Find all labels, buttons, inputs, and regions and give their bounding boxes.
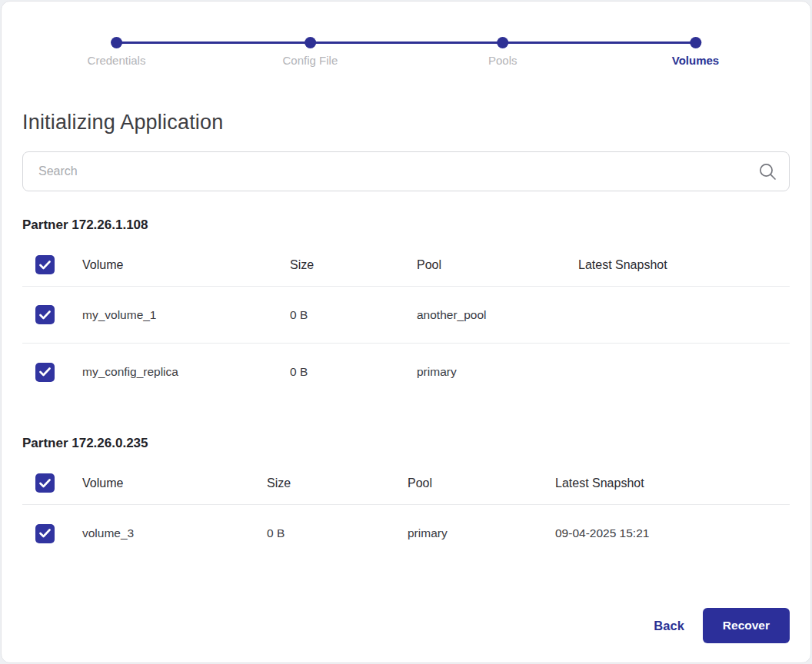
step-label: Volumes <box>672 54 719 67</box>
row-checkbox[interactable] <box>35 524 55 543</box>
step-label: Pools <box>488 54 517 67</box>
wizard-footer: Back Recover <box>654 608 790 643</box>
cell-pool: another_pool <box>417 308 578 322</box>
table-header-row: Volume Size Pool Latest Snapshot <box>22 244 790 287</box>
column-header-volume: Volume <box>82 476 267 490</box>
step-config-file[interactable]: Config File <box>283 37 338 67</box>
column-header-pool: Pool <box>408 476 555 490</box>
search-bar <box>22 151 790 191</box>
column-header-pool: Pool <box>417 258 578 272</box>
cell-size: 0 B <box>267 526 408 540</box>
column-header-volume: Volume <box>82 258 290 272</box>
cell-size: 0 B <box>290 365 417 379</box>
stepper-line <box>117 42 696 44</box>
table-row: my_config_replica 0 B primary <box>22 344 790 400</box>
step-pools[interactable]: Pools <box>488 37 517 67</box>
row-checkbox[interactable] <box>35 363 55 382</box>
step-dot-icon <box>497 37 508 48</box>
step-volumes[interactable]: Volumes <box>672 37 719 67</box>
cell-volume: my_volume_1 <box>82 308 290 322</box>
page-title: Initializing Application <box>22 111 790 134</box>
table-row: my_volume_1 0 B another_pool <box>22 287 790 344</box>
wizard-stepper: Credentials Config File Pools Volumes <box>117 37 696 71</box>
step-dot-icon <box>690 37 701 48</box>
column-header-size: Size <box>267 476 408 490</box>
cell-size: 0 B <box>290 308 417 322</box>
cell-snapshot: 09-04-2025 15:21 <box>555 526 790 540</box>
search-icon[interactable] <box>757 161 777 181</box>
step-label: Config File <box>283 54 338 67</box>
table-header-row: Volume Size Pool Latest Snapshot <box>22 462 790 505</box>
column-header-snapshot: Latest Snapshot <box>555 476 790 490</box>
select-all-checkbox[interactable] <box>35 473 55 493</box>
column-header-size: Size <box>290 258 417 272</box>
partner-heading: Partner 172.26.1.108 <box>22 217 790 233</box>
search-input[interactable] <box>22 151 790 191</box>
cell-pool: primary <box>408 526 555 540</box>
step-label: Credentials <box>88 54 146 67</box>
step-credentials[interactable]: Credentials <box>88 37 146 67</box>
wizard-dialog: Credentials Config File Pools Volumes In… <box>1 1 811 663</box>
select-all-checkbox[interactable] <box>35 255 55 274</box>
row-checkbox[interactable] <box>35 305 55 324</box>
volumes-table: Volume Size Pool Latest Snapshot my_volu… <box>22 244 790 400</box>
step-dot-icon <box>111 37 122 48</box>
column-header-snapshot: Latest Snapshot <box>578 258 790 272</box>
back-button[interactable]: Back <box>654 619 684 633</box>
cell-volume: volume_3 <box>82 526 267 540</box>
table-row: volume_3 0 B primary 09-04-2025 15:21 <box>22 505 790 562</box>
recover-button[interactable]: Recover <box>703 608 790 643</box>
cell-volume: my_config_replica <box>82 365 290 379</box>
step-dot-icon <box>304 37 316 48</box>
volumes-table: Volume Size Pool Latest Snapshot volume_… <box>22 462 790 562</box>
partner-heading: Partner 172.26.0.235 <box>22 436 790 451</box>
cell-pool: primary <box>417 365 578 379</box>
